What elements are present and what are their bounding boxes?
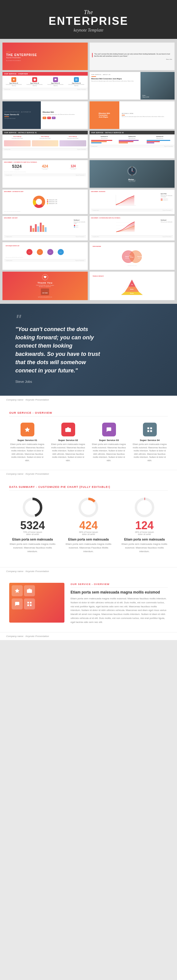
slide-17-thankyou[interactable]: Thank You THE ENTERPRISE Keynote Templat… xyxy=(2,272,88,300)
service-card-desc-1: Etiam porta sem malesuada magna mollis e… xyxy=(9,443,45,462)
detail-item-1: Tellus Falklauge Lorem ipsum dolor sit a… xyxy=(4,136,31,146)
slide-2-quote[interactable]: "You can't connect the dots looking forw… xyxy=(90,43,175,70)
slide-5-alt[interactable]: Service/Portfolio - Alternative Super Se… xyxy=(2,101,88,129)
service-card-name-2: Super Service 02 xyxy=(50,439,86,442)
detail2-desc-1: Etiam porta sem xyxy=(91,138,118,139)
venn-desc: Lorem ipsum dolor sit amet xyxy=(127,265,137,266)
footer-company-quote: Company name · Keynote Presentation xyxy=(6,398,49,401)
stat-title-124: Etiam porta sem malesuada xyxy=(121,538,168,541)
watch-tagline: Relax... xyxy=(127,178,137,181)
area-chart-svg xyxy=(91,220,160,233)
slide-11-label: Data Summary - Customized Pie Chart xyxy=(4,191,86,192)
slide-4-bar xyxy=(92,76,96,77)
hero-section: The ENTERPRISE keynote Template xyxy=(0,0,177,39)
about-icon-1 xyxy=(12,585,23,596)
about-content: Our Service - Overview Etiam porta sem m… xyxy=(71,583,168,624)
slide-3-body: Super Service 01 Lorem ipsum dolor sit a… xyxy=(2,76,88,88)
legend-item-2: Dashboard 02 - 25% xyxy=(47,201,57,202)
svg-rect-62 xyxy=(27,605,29,606)
stat-title-5324: Etiam porta sem malesuada xyxy=(9,538,56,541)
big-num-124: 124 xyxy=(121,520,168,531)
slide-9-footer: Company name Keynote Presentation xyxy=(4,173,86,177)
slide-3-service-overview[interactable]: Our Service - Overview Super Service 01 … xyxy=(2,72,88,100)
footer-template-7: Keynote Presentation xyxy=(77,149,86,150)
data-stat-124: 124 26% of honor ipsumdolor sit amet Eti… xyxy=(121,497,168,554)
slide-6-orange-text: Bibendum NibhConsecteturJusto Magna xyxy=(99,112,110,118)
stat-124-sub: dolor sit amet xyxy=(60,169,86,170)
stat-5324-sub: dolor sit amet xyxy=(4,169,30,170)
detail-desc-3: Lorem ipsum dolor sit amet xyxy=(60,138,86,139)
progress-6 xyxy=(119,142,128,143)
slide-4-about[interactable]: Our Service - About Us Bibendum Nibh Con… xyxy=(90,72,175,100)
detail2-desc-2: Etiam porta sem xyxy=(119,138,145,139)
workflow-arrow-3: → xyxy=(55,251,56,253)
slide-12-legend-title: Ipsum Dato xyxy=(161,193,173,194)
pct-124: 26% of honor ipsumdolor sit amet xyxy=(121,531,168,535)
data-section-footer: Company name · Keynote Presentation xyxy=(0,567,177,575)
slide-7-header: Our Service - Details Service 01 xyxy=(2,131,88,134)
service-desc-3: Lorem ipsum dolor sit amet consectetur a… xyxy=(46,84,65,86)
about-icon-2 xyxy=(24,585,35,596)
workflow-step-2: Plan xyxy=(37,249,43,255)
venn-label: Venn Diagram xyxy=(92,246,101,247)
slide-14-area[interactable]: Data Summary - Customized Area Chart (fu… xyxy=(90,216,175,240)
about-section: Our Service - Overview Etiam porta sem m… xyxy=(0,575,177,632)
detail2-label-3: Dashboard 03 xyxy=(146,136,173,137)
watch-svg xyxy=(127,166,137,177)
detail-bar-1 xyxy=(4,140,31,146)
legend-line-1 xyxy=(161,199,163,199)
workflow-arrow-2: → xyxy=(44,251,46,253)
stat-124-num: 124 xyxy=(60,165,86,168)
ty-circle xyxy=(42,274,48,280)
slide-16-venn[interactable]: Venn Diagram Public Speaking Develop -me… xyxy=(90,242,175,270)
slide-13-footer: Company name Keynote Presentation xyxy=(4,235,86,238)
slide-7-label: Our Service - Details Service 01 xyxy=(4,132,37,134)
detail-label-3: Tellus Falklauge xyxy=(60,136,86,137)
data-summary-section: Data Summary - Customized Pie Chart (ful… xyxy=(0,478,177,567)
slide-5-stats: 42% 58% 35% xyxy=(43,117,86,119)
stat-424-num: 424 xyxy=(32,164,58,168)
slide-12-legend-items: Dashboard 01 Dashboard 02 xyxy=(161,199,173,200)
svg-rect-11 xyxy=(131,174,133,175)
footer-template-9: Keynote Presentation xyxy=(76,175,85,176)
slide-11-pie2[interactable]: Data Summary - Customized Pie Chart Dash… xyxy=(2,189,88,214)
service-card-1: Super Service 01 Etiam porta sem malesua… xyxy=(9,423,45,462)
slide-5-divider xyxy=(4,116,9,117)
legend-label-2: Dashboard 02 xyxy=(163,200,168,200)
svg-text:preneur: preneur xyxy=(130,257,134,258)
footer-company-3: Company name xyxy=(4,89,10,90)
data-stats-row: 5324 70% of honor ipsumdolor sit amet Et… xyxy=(9,497,168,554)
slide-7-details[interactable]: Our Service - Details Service 01 Tellus … xyxy=(2,131,88,158)
footer-company-service: Company name · Keynote Presentation xyxy=(6,473,49,475)
slide-12-content: Ipsum Dato Etiam porta sem malesuada. Lo… xyxy=(91,193,173,208)
slide-6-orange[interactable]: Bibendum NibhConsecteturJusto Magna Sect… xyxy=(90,101,175,129)
stat-desc-5324: Etiam porta sem malesuada magna mollis e… xyxy=(9,542,56,554)
slide-13-bar[interactable]: Data Summary - Bar Chart Dashboard Etiam… xyxy=(2,216,88,240)
footer-template-3: Keynote Presentation xyxy=(77,89,86,90)
legend-dot-3 xyxy=(47,203,48,204)
service-desc-2: Lorem ipsum dolor sit amet consectetur a… xyxy=(25,84,45,86)
legend-item-1: Dashboard 01 - 60% xyxy=(47,199,57,200)
slide-18-pyramid[interactable]: Triangle Hierachy Top Middle Bottom xyxy=(90,272,175,300)
progress-1 xyxy=(91,140,112,141)
slide-14-title: Dashboard xyxy=(161,220,173,221)
slide-1-title[interactable]: THE ENTERPRISE Keynote Presentation by s… xyxy=(2,43,88,70)
legend-item-3: Dashboard 03 - 15% xyxy=(47,203,57,204)
slide-10-watch[interactable]: Relax... Stay mindful xyxy=(90,160,175,188)
slide-12-regression[interactable]: Data Summary - Regression xyxy=(90,189,175,214)
progress-4 xyxy=(119,140,138,141)
bar-chart-svg xyxy=(4,220,73,233)
progress-7 xyxy=(146,140,171,141)
slide-15-workflow[interactable]: Our Unique Workflow Start → Plan → Build… xyxy=(2,242,88,270)
slide-8-details2[interactable]: Our Service - Details Service 02 Dashboa… xyxy=(90,131,175,158)
footer-template-8: Keynote Presentation xyxy=(164,146,173,147)
footer-company-8: Company name xyxy=(91,146,98,147)
slide-5-title: Super Service 01 xyxy=(4,114,39,115)
slide-4-image: Relax...Stay mindful xyxy=(140,72,175,100)
detail-desc-2: Lorem ipsum dolor sit amet xyxy=(32,138,59,139)
data-stat-5324: 5324 70% of honor ipsumdolor sit amet Et… xyxy=(9,497,56,554)
slide-9-pie[interactable]: Data Summary - Customized Pie Chart (ful… xyxy=(2,160,88,188)
slide-9-stats: 5324 70% of honor ipsum dolor sit amet 4… xyxy=(4,164,86,170)
svg-rect-21 xyxy=(32,228,34,232)
slide-8-label: Our Service - Details Service 02 xyxy=(92,132,124,134)
